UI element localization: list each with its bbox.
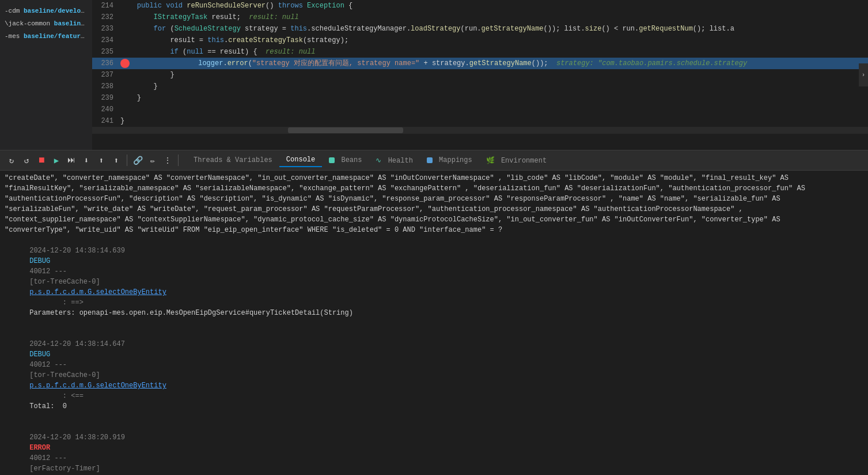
- log-arrow-2: : <==: [29, 392, 112, 400]
- tab-health[interactable]: ∿ Health: [369, 154, 419, 167]
- line-num-235: 235: [94, 46, 120, 58]
- log-total-2: Total: 0: [29, 402, 67, 410]
- resume-icon[interactable]: ▶: [50, 153, 63, 167]
- sidebar-item-cdm[interactable]: -cdm baseline/develop/1.0.01i / Ø: [0, 5, 92, 17]
- stop-icon[interactable]: ⏹: [35, 153, 48, 167]
- code-content-233: for (ScheduleStrategy strategy = this.sc…: [120, 23, 868, 35]
- line-num-234: 234: [94, 35, 120, 46]
- console-line-debug-1: 2024-12-20 14:38:14.639 DEBUG 40012 --- …: [5, 235, 863, 329]
- environment-icon: 🌿: [486, 157, 495, 165]
- tab-beans-label: Beans: [341, 156, 362, 164]
- edit-icon[interactable]: ✏: [146, 153, 160, 167]
- log-logger-2: [tor-TreeCache-0]: [29, 371, 104, 379]
- code-line-239: 239 }: [92, 92, 868, 104]
- console-line-sql-6: "converterType", "write_uid" AS "writeUi…: [5, 225, 863, 235]
- log-logger-1: [tor-TreeCache-0]: [29, 278, 104, 286]
- log-link-1[interactable]: p.s.p.f.c.d.m.G.selectOneByEntity: [29, 288, 166, 296]
- left-sidebar: -cdm baseline/develop/1.0.01i / Ø \jack-…: [0, 0, 92, 150]
- mappings-icon: [427, 157, 433, 163]
- tab-environment-label: Environment: [501, 157, 547, 165]
- line-num-238: 238: [94, 81, 120, 92]
- console-output[interactable]: "createDate", "converter_namespace" AS "…: [0, 171, 868, 475]
- code-line-241: 241 }: [92, 115, 868, 127]
- code-content-239: }: [120, 92, 868, 104]
- log-timestamp-e1: 2024-12-20 14:38:20.919: [29, 433, 129, 442]
- horizontal-scrollbar[interactable]: [92, 127, 868, 134]
- tab-console[interactable]: Console: [279, 153, 322, 167]
- log-params-1: Parameters: openapi-mes.open.eip.MesOpen…: [29, 309, 353, 317]
- code-line-236: 236 logger.error("strategy 对应的配置有问题, str…: [92, 58, 868, 69]
- log-logger-e1: [erFactory-Timer]: [29, 465, 104, 473]
- tab-threads-label: Threads & Variables: [194, 156, 272, 164]
- code-line-237: 237 }: [92, 69, 868, 81]
- console-line-sql-1: "createDate", "converter_namespace" AS "…: [5, 173, 863, 183]
- console-line-sql-5: "context_supplier_namespace" AS "context…: [5, 214, 863, 225]
- cdm-branch: baseline/develop/1.0.01i / Ø: [24, 7, 92, 14]
- code-content-214: public void reRunScheduleServer() throws…: [120, 0, 868, 12]
- debug-toolbar: ↻ ↺ ⏹ ▶ ⏭ ⬇ ⬆ ⬆ 🔗 ✏ ⋮ Threads & Variable…: [0, 150, 868, 171]
- code-content-232: IStrategyTask result; result: null: [120, 12, 868, 23]
- log-arrow-1: : ==>: [29, 299, 88, 307]
- line-num-232: 232: [94, 12, 120, 23]
- code-content-238: }: [120, 81, 868, 92]
- evaluate-icon[interactable]: 🔗: [131, 153, 145, 167]
- expand-right-button[interactable]: ›: [859, 63, 868, 86]
- step-over-icon[interactable]: ⏭: [65, 153, 78, 167]
- code-editor: 214 public void reRunScheduleServer() th…: [92, 0, 868, 150]
- line-num-236: 236: [94, 58, 120, 69]
- sidebar-prefix: \jack-common: [5, 20, 54, 27]
- tab-console-label: Console: [286, 156, 315, 164]
- tab-mappings[interactable]: Mappings: [420, 154, 479, 167]
- log-thread-1: 40012 ---: [29, 267, 71, 276]
- toolbar-separator-1: [127, 154, 127, 166]
- console-line-sql-2: "finalResultKey", "serializable_namespac…: [5, 183, 863, 194]
- log-timestamp-1: 2024-12-20 14:38:14.639: [29, 247, 129, 255]
- horizontal-scroll-thumb[interactable]: [288, 127, 403, 133]
- log-level-error-1: ERROR: [29, 444, 54, 452]
- sidebar-prefix: -cdm: [5, 7, 24, 14]
- tab-environment[interactable]: 🌿 Environment: [479, 154, 554, 167]
- code-line-234: 234 result = this.createStrategyTask(str…: [92, 35, 868, 46]
- log-timestamp-2: 2024-12-20 14:38:14.647: [29, 340, 129, 348]
- breakpoint-dot[interactable]: [120, 59, 130, 68]
- log-level-debug-2: DEBUG: [29, 350, 54, 359]
- console-line-error-1: 2024-12-20 14:38:20.919 ERROR 40012 --- …: [5, 422, 863, 475]
- line-num-241: 241: [94, 115, 120, 127]
- sidebar-item-jack[interactable]: \jack-common baseline/develop/1.0.0/ Ø: [0, 17, 92, 30]
- console-line-debug-2: 2024-12-20 14:38:14.647 DEBUG 40012 --- …: [5, 329, 863, 422]
- rerun-icon[interactable]: ↺: [20, 153, 33, 167]
- tab-mappings-label: Mappings: [439, 156, 472, 164]
- code-line-232: 232 IStrategyTask result; result: null: [92, 12, 868, 23]
- code-line-235: 235 if (null == result) { result: null: [92, 46, 868, 58]
- toolbar-separator-2: [178, 154, 179, 166]
- tab-health-label: Health: [388, 157, 413, 165]
- log-level-debug-1: DEBUG: [29, 257, 54, 265]
- code-editor-area: -cdm baseline/develop/1.0.01i / Ø \jack-…: [0, 0, 868, 150]
- line-num-233: 233: [94, 23, 120, 35]
- step-into-icon[interactable]: ⬇: [79, 153, 93, 167]
- line-num-214: 214: [94, 0, 120, 12]
- log-thread-2: 40012 ---: [29, 361, 71, 369]
- restart-icon[interactable]: ↻: [5, 153, 18, 167]
- sidebar-item-mes[interactable]: -mes baseline/feature/1.1.0 / 1 Δ: [0, 30, 92, 43]
- mes-branch: baseline/feature/1.1.0 / 1 Δ: [24, 33, 92, 40]
- tab-beans[interactable]: Beans: [322, 154, 369, 167]
- tab-threads-variables[interactable]: Threads & Variables: [187, 154, 279, 167]
- more-icon[interactable]: ⋮: [161, 153, 175, 167]
- line-num-237: 237: [94, 69, 120, 81]
- step-out-icon[interactable]: ⬆: [94, 153, 108, 167]
- beans-icon: [329, 157, 335, 163]
- run-to-cursor-icon[interactable]: ⬆: [109, 153, 123, 167]
- health-icon: ∿: [376, 157, 381, 165]
- code-content-241: }: [120, 115, 868, 127]
- log-thread-e1: 40012 ---: [29, 454, 71, 462]
- log-link-2[interactable]: p.s.p.f.c.d.m.G.selectOneByEntity: [29, 382, 166, 390]
- jack-branch: baseline/develop/1.0.0/ Ø: [54, 20, 92, 27]
- console-line-sql-3: "authenticationProcessorFun", "descripti…: [5, 194, 863, 204]
- code-content-237: }: [120, 69, 868, 81]
- code-line-214: 214 public void reRunScheduleServer() th…: [92, 0, 868, 12]
- code-line-233: 233 for (ScheduleStrategy strategy = thi…: [92, 23, 868, 35]
- code-content-235: if (null == result) { result: null: [120, 46, 868, 58]
- line-num-239: 239: [94, 92, 120, 104]
- code-content-234: result = this.createStrategyTask(strateg…: [120, 35, 868, 46]
